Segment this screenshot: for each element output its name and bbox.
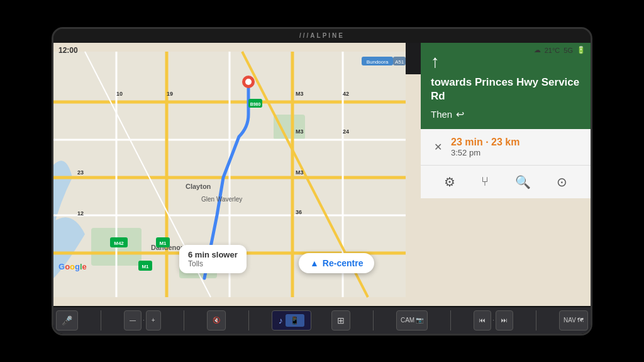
nav-label: NAV bbox=[564, 317, 576, 324]
svg-text:Bundoora: Bundoora bbox=[367, 59, 389, 65]
svg-text:Glen Waverley: Glen Waverley bbox=[201, 196, 242, 203]
media-dot: · bbox=[492, 317, 494, 324]
slower-card: 6 min slower Tolls bbox=[179, 245, 247, 273]
cam-icon: 📷 bbox=[416, 317, 423, 324]
svg-text:36: 36 bbox=[296, 209, 302, 215]
music-note-icon: ♪ bbox=[279, 315, 283, 325]
svg-text:12: 12 bbox=[77, 210, 84, 217]
media-controls: ⏮ · ⏭ bbox=[474, 310, 513, 331]
svg-text:19: 19 bbox=[167, 91, 173, 97]
recentre-icon: ▲ bbox=[310, 258, 319, 268]
separator-6 bbox=[536, 310, 536, 331]
status-time: 12:00 bbox=[58, 46, 78, 55]
status-right: ☁ 21°C 5G 🔋 bbox=[534, 46, 586, 54]
volume-up-button[interactable]: + bbox=[146, 310, 161, 331]
google-watermark: Google bbox=[58, 262, 87, 271]
map-container: M3 M3 M3 36 42 24 19 10 23 12 Clayton Gl… bbox=[53, 43, 406, 306]
separator-3 bbox=[248, 310, 249, 331]
battery-icon: 🔋 bbox=[577, 46, 586, 54]
recentre-button[interactable]: ▲ Re-centre bbox=[299, 253, 374, 273]
nav-towards-text: towards Princes Hwy Service Rd bbox=[431, 76, 580, 103]
prev-track-button[interactable]: ⏮ bbox=[474, 310, 491, 331]
separator-1 bbox=[101, 310, 101, 331]
hw-mic-button[interactable]: 🎤 bbox=[56, 310, 78, 331]
separator-5 bbox=[450, 310, 451, 331]
route-options-button[interactable]: ⑂ bbox=[476, 172, 494, 191]
svg-text:M3: M3 bbox=[296, 169, 304, 176]
search-button[interactable]: 🔍 bbox=[510, 172, 536, 192]
volume-controls: — · + bbox=[124, 310, 161, 331]
nav-hw-button[interactable]: NAV 🗺 bbox=[559, 310, 588, 331]
svg-text:23: 23 bbox=[77, 169, 84, 176]
nav-icon: 🗺 bbox=[577, 317, 584, 324]
svg-text:M1: M1 bbox=[159, 240, 167, 246]
source-display: ♪ 📱 bbox=[272, 310, 311, 331]
volume-down-button[interactable]: — bbox=[124, 310, 142, 331]
svg-text:M1: M1 bbox=[142, 264, 149, 269]
temperature: 21°C bbox=[545, 47, 560, 54]
right-panel: ↑ towards Princes Hwy Service Rd Then ↩ … bbox=[421, 43, 591, 306]
separator-4 bbox=[373, 310, 374, 331]
nav-controls-card: ⚙ ⑂ 🔍 ⊙ bbox=[421, 165, 591, 198]
apps-grid-button[interactable]: ⊞ bbox=[331, 310, 350, 331]
svg-text:M3: M3 bbox=[296, 128, 304, 135]
svg-rect-3 bbox=[274, 115, 305, 140]
svg-text:10: 10 bbox=[116, 91, 123, 97]
then-turn-arrow: ↩ bbox=[456, 108, 464, 120]
then-label: Then bbox=[431, 109, 452, 120]
android-auto-screen: 12:00 ☁ 21°C 5G 🔋 bbox=[53, 43, 591, 306]
status-bar: 12:00 ☁ 21°C 5G 🔋 bbox=[53, 43, 591, 58]
svg-text:42: 42 bbox=[343, 91, 349, 97]
network-indicator: 5G bbox=[564, 47, 573, 54]
slower-title: 6 min slower bbox=[188, 250, 238, 259]
slower-subtitle: Tolls bbox=[188, 259, 238, 268]
recentre-label: Re-centre bbox=[323, 258, 364, 268]
nav-then-row: Then ↩ bbox=[431, 108, 580, 120]
pin-button[interactable]: ⊙ bbox=[552, 172, 572, 192]
settings-button[interactable]: ⚙ bbox=[439, 172, 460, 192]
hw-button-bar: 🎤 — · + 🔇 ♪ 📱 ⊞ CAM bbox=[53, 306, 591, 334]
cam-label: CAM bbox=[401, 317, 414, 324]
nav-eta-card: ✕ 23 min · 23 km 3:52 pm bbox=[421, 129, 591, 165]
svg-point-17 bbox=[245, 79, 252, 85]
phone-icon: 📱 bbox=[286, 314, 304, 327]
device: ///ALPINE 12:00 ☁ 21°C 5G 🔋 bbox=[52, 27, 592, 336]
next-track-button[interactable]: ⏭ bbox=[496, 310, 513, 331]
svg-text:M42: M42 bbox=[114, 240, 124, 246]
screen-area: 12:00 ☁ 21°C 5G 🔋 bbox=[53, 43, 591, 334]
alpine-logo: ///ALPINE bbox=[299, 32, 345, 39]
eta-info: 23 min · 23 km 3:52 pm bbox=[451, 137, 580, 157]
svg-text:A51: A51 bbox=[395, 59, 404, 65]
mute-button[interactable]: 🔇 bbox=[207, 310, 226, 331]
svg-text:24: 24 bbox=[343, 128, 349, 135]
alpine-logo-bar: ///ALPINE bbox=[53, 29, 591, 43]
close-nav-button[interactable]: ✕ bbox=[431, 140, 445, 154]
eta-duration: 23 min · 23 km bbox=[451, 137, 580, 148]
svg-text:Clayton: Clayton bbox=[186, 183, 211, 190]
eta-arrival-time: 3:52 pm bbox=[451, 148, 580, 157]
camera-button[interactable]: CAM 📷 bbox=[396, 310, 428, 331]
weather-temp: ☁ bbox=[534, 46, 541, 54]
svg-text:M3: M3 bbox=[296, 91, 304, 97]
separator-2 bbox=[184, 310, 184, 331]
volume-dot: · bbox=[143, 317, 145, 324]
svg-text:B980: B980 bbox=[250, 102, 261, 106]
